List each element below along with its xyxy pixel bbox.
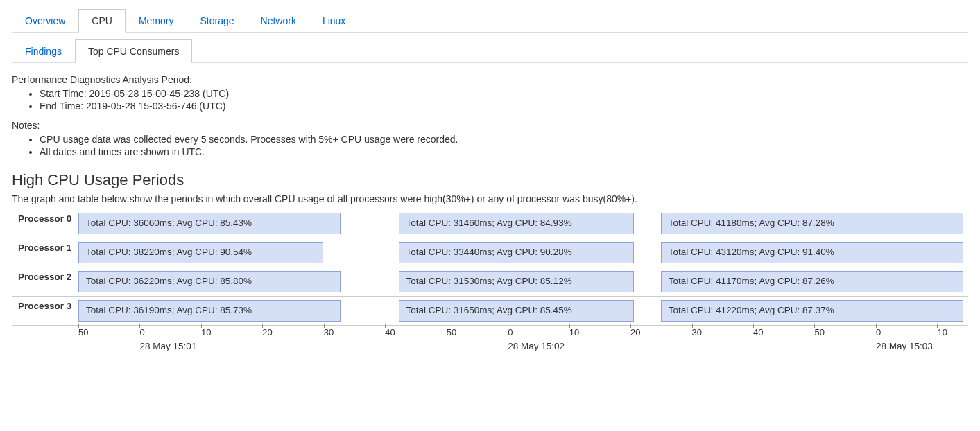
axis-tick: 20 (262, 327, 272, 337)
section-title: High CPU Usage Periods (12, 171, 968, 189)
processor-track: Total CPU: 36220ms; Avg CPU: 85.80%Total… (78, 267, 968, 296)
period-item: End Time: 2019-05-28 15-03-56-746 (UTC) (40, 100, 968, 112)
processor-label: Processor 1 (12, 238, 78, 267)
tab-storage[interactable]: Storage (187, 9, 247, 33)
cpu-usage-bar[interactable]: Total CPU: 43120ms; Avg CPU: 91.40% (661, 242, 963, 263)
axis-track: 50028 May 15:011020304050028 May 15:0210… (78, 326, 968, 362)
secondary-tabs: FindingsTop CPU Consumers (12, 39, 968, 63)
cpu-usage-bar[interactable]: Total CPU: 31650ms; Avg CPU: 85.45% (399, 300, 635, 322)
cpu-usage-bar[interactable]: Total CPU: 36220ms; Avg CPU: 85.80% (78, 271, 341, 292)
axis-tick: 50 (814, 327, 824, 337)
cpu-usage-bar[interactable]: Total CPU: 31530ms; Avg CPU: 85.12% (399, 271, 635, 292)
cpu-usage-bar[interactable]: Total CPU: 31460ms; Avg CPU: 84.93% (399, 213, 635, 234)
processor-label: Processor 2 (12, 267, 78, 296)
cpu-usage-bar[interactable]: Total CPU: 41220ms; Avg CPU: 87.37% (661, 300, 963, 322)
notes-list: CPU usage data was collected every 5 sec… (12, 134, 968, 157)
axis-tick: 20 (630, 327, 640, 337)
axis-tick: 0 (508, 327, 513, 337)
processor-row: Processor 0Total CPU: 36060ms; Avg CPU: … (12, 209, 968, 238)
axis-tick: 40 (753, 327, 763, 337)
cpu-usage-bar[interactable]: Total CPU: 36190ms; Avg CPU: 85.73% (78, 300, 341, 322)
cpu-usage-bar[interactable]: Total CPU: 33440ms; Avg CPU: 90.28% (399, 242, 635, 263)
tab-memory[interactable]: Memory (126, 9, 187, 33)
info-block: Performance Diagnostics Analysis Period:… (12, 74, 968, 157)
notes-item: All dates and times are shown in UTC. (40, 146, 968, 157)
cpu-usage-bar[interactable]: Total CPU: 41170ms; Avg CPU: 87.26% (661, 271, 963, 292)
tab-cpu[interactable]: CPU (78, 9, 126, 33)
notes-label: Notes: (12, 120, 968, 131)
processor-track: Total CPU: 36060ms; Avg CPU: 85.43%Total… (78, 209, 968, 238)
axis-tick: 0 (139, 327, 144, 337)
axis-tick: 10 (937, 327, 947, 337)
processor-track: Total CPU: 36190ms; Avg CPU: 85.73%Total… (78, 297, 968, 325)
section-description: The graph and table below show the perio… (12, 193, 968, 204)
axis-tick: 30 (324, 327, 334, 337)
subtab-top-cpu-consumers[interactable]: Top CPU Consumers (75, 39, 193, 63)
tab-linux[interactable]: Linux (309, 9, 359, 33)
main-panel: OverviewCPUMemoryStorageNetworkLinux Fin… (3, 3, 977, 428)
axis-tick: 50 (447, 327, 456, 337)
axis-major-label: 28 May 15:02 (508, 341, 565, 351)
cpu-usage-chart: Processor 0Total CPU: 36060ms; Avg CPU: … (12, 209, 968, 362)
tab-overview[interactable]: Overview (12, 9, 78, 33)
cpu-usage-bar[interactable]: Total CPU: 36060ms; Avg CPU: 85.43% (78, 213, 341, 234)
cpu-usage-bar[interactable]: Total CPU: 41180ms; Avg CPU: 87.28% (661, 213, 963, 234)
processor-label: Processor 3 (12, 297, 78, 325)
axis-tick: 30 (692, 327, 702, 337)
notes-item: CPU usage data was collected every 5 sec… (40, 134, 968, 145)
period-label: Performance Diagnostics Analysis Period: (12, 74, 968, 85)
cpu-usage-bar[interactable]: Total CPU: 38220ms; Avg CPU: 90.54% (78, 242, 323, 263)
primary-tabs: OverviewCPUMemoryStorageNetworkLinux (12, 9, 968, 33)
axis-tick: 40 (385, 327, 395, 337)
processor-row: Processor 2Total CPU: 36220ms; Avg CPU: … (12, 267, 968, 297)
axis-tick: 0 (876, 327, 881, 337)
axis-tick: 10 (201, 327, 211, 337)
processor-row: Processor 1Total CPU: 38220ms; Avg CPU: … (12, 238, 968, 267)
processor-track: Total CPU: 38220ms; Avg CPU: 90.54%Total… (78, 238, 968, 267)
axis-major-label: 28 May 15:03 (876, 341, 933, 351)
period-item: Start Time: 2019-05-28 15-00-45-238 (UTC… (40, 88, 968, 99)
processor-label: Processor 0 (12, 209, 78, 238)
time-axis: 50028 May 15:011020304050028 May 15:0210… (12, 326, 968, 362)
period-list: Start Time: 2019-05-28 15-00-45-238 (UTC… (12, 88, 968, 112)
subtab-findings[interactable]: Findings (12, 39, 75, 63)
tab-network[interactable]: Network (248, 9, 309, 33)
axis-major-label: 28 May 15:01 (139, 341, 196, 351)
axis-tick: 50 (78, 327, 88, 337)
axis-tick: 10 (569, 327, 579, 337)
processor-row: Processor 3Total CPU: 36190ms; Avg CPU: … (12, 297, 968, 326)
